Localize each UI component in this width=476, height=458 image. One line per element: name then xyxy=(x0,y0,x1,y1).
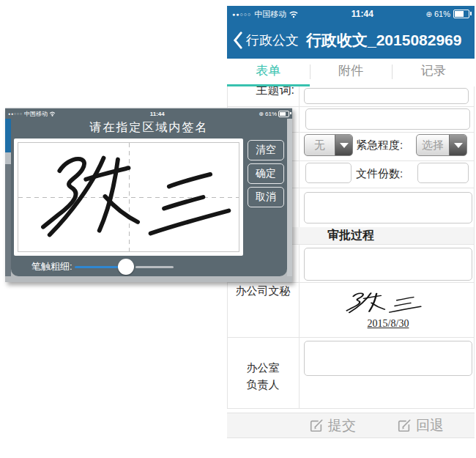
subject-input[interactable] xyxy=(304,88,469,104)
form-input[interactable] xyxy=(305,108,470,130)
confirm-button[interactable]: 确定 xyxy=(248,163,284,184)
clock-label: 11:44 xyxy=(299,9,425,19)
cancel-button[interactable]: 取消 xyxy=(248,187,284,207)
signature-date: 2015/8/30 xyxy=(304,318,472,330)
manager-label-line1: 办公室 xyxy=(227,359,299,376)
dropdown-value: 选择 xyxy=(417,135,449,155)
rollback-label: 回退 xyxy=(416,416,444,435)
compose-icon xyxy=(309,418,324,433)
row-divider xyxy=(227,408,475,409)
tab-divider xyxy=(392,64,393,79)
dialog-title: 请在指定区域内签名 xyxy=(11,120,287,136)
battery-icon xyxy=(453,10,469,18)
manager-label: 办公室 负责人 xyxy=(227,359,299,393)
carrier-label: 中国移动 xyxy=(254,9,286,20)
clock-label: 11:44 xyxy=(56,111,259,117)
clear-button[interactable]: 清空 xyxy=(248,140,284,160)
stroke-width-label: 笔触粗细: xyxy=(31,260,72,273)
wifi-icon xyxy=(289,10,299,18)
tab-form[interactable]: 表单 xyxy=(227,59,310,86)
orientation-lock-icon: ⊕ xyxy=(426,10,432,18)
tab-divider xyxy=(310,64,310,79)
row-divider xyxy=(227,282,475,283)
back-chevron-icon[interactable] xyxy=(233,32,242,49)
compose-icon xyxy=(397,418,412,433)
row-divider xyxy=(227,337,475,338)
rollback-button[interactable]: 回退 xyxy=(397,416,444,435)
copies-input[interactable] xyxy=(417,163,469,183)
battery-icon xyxy=(278,111,289,117)
signature-canvas-area[interactable] xyxy=(18,142,239,252)
orientation-lock-icon: ⊕ xyxy=(259,111,264,117)
dropdown-value: 无 xyxy=(305,135,335,155)
form-input[interactable] xyxy=(305,163,352,183)
signature-dialog-screenshot: ●●○○○ 中国移动 11:44 ⊕ 61% 请在指定区域内签名 清空 确 xyxy=(5,108,292,282)
submit-label: 提交 xyxy=(328,416,356,435)
approval-textarea[interactable] xyxy=(304,248,472,281)
manager-label-line2: 负责人 xyxy=(227,376,299,393)
status-bar: ●●○○○ 中国移动 11:44 ⊕ 61% xyxy=(5,108,292,119)
row-divider xyxy=(227,106,475,107)
table-border xyxy=(474,86,475,408)
wifi-icon xyxy=(49,111,56,117)
secretary-signature-drawing xyxy=(337,289,425,317)
signal-strength-icon: ●●○○○ xyxy=(8,111,23,116)
carrier-label: 中国移动 xyxy=(24,110,48,118)
urgency-select-dropdown[interactable]: 选择 xyxy=(416,134,467,156)
chevron-down-icon xyxy=(335,135,352,155)
battery-percent-label: 61% xyxy=(265,111,277,117)
nav-bar: 行政公文 行政收文_2015082969 xyxy=(227,22,475,59)
manager-textarea[interactable] xyxy=(304,341,472,376)
status-bar: ●●○○○ 中国移动 11:44 ⊕ 61% xyxy=(227,6,475,22)
tab-attachments[interactable]: 附件 xyxy=(310,59,393,86)
urgency-none-dropdown[interactable]: 无 xyxy=(304,134,353,156)
signature-drawing xyxy=(18,143,239,251)
bottom-toolbar: 提交 回退 xyxy=(227,413,475,438)
battery-percent-label: 61% xyxy=(434,10,450,18)
slider-thumb[interactable] xyxy=(118,259,134,275)
table-border xyxy=(299,86,300,408)
secretary-label: 办公司文秘 xyxy=(227,284,299,298)
copies-label: 文件份数: xyxy=(356,167,414,181)
tab-records[interactable]: 记录 xyxy=(392,59,475,86)
background-app-sliver xyxy=(5,119,11,276)
page-title: 行政收文_2015082969 xyxy=(306,30,461,51)
screenshot-stage: ●●○○○ 中国移动 11:44 ⊕ 61% 行政公文 行政收文_2015082… xyxy=(0,0,476,458)
tab-bar: 表单 附件 记录 xyxy=(227,59,475,86)
signature-canvas[interactable] xyxy=(14,138,243,256)
chevron-down-icon xyxy=(449,135,466,155)
background-app-sliver xyxy=(287,119,292,276)
urgency-label: 紧急程度: xyxy=(356,138,414,152)
slider-track-empty[interactable] xyxy=(135,266,174,268)
subject-label: 主题词: xyxy=(227,86,294,98)
back-button[interactable]: 行政公文 xyxy=(246,32,299,49)
signal-strength-icon: ●●○○○ xyxy=(232,12,251,17)
submit-button[interactable]: 提交 xyxy=(309,416,356,435)
slider-track-filled[interactable] xyxy=(75,266,120,268)
form-textarea[interactable] xyxy=(304,192,472,224)
